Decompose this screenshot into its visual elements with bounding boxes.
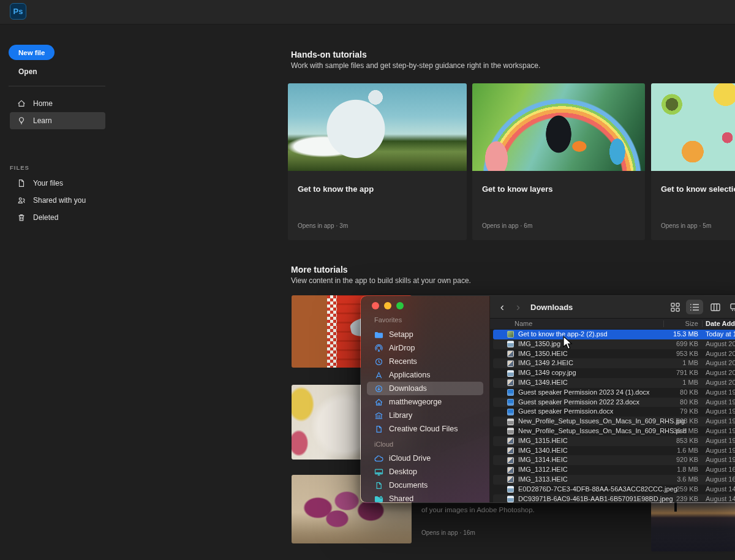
jpeg-file-icon bbox=[507, 496, 514, 502]
file-row[interactable]: E0D2876D-7CE3-4DFB-88AA-56A3ACC82CCC.jpe… bbox=[493, 485, 735, 494]
tutorial-card-meta: Opens in app · 3m bbox=[298, 222, 348, 229]
column-header-date-added[interactable]: Date Added bbox=[706, 320, 735, 327]
new-file-button[interactable]: New file bbox=[9, 45, 55, 60]
sidebar-item-learn[interactable]: Learn bbox=[10, 112, 105, 129]
file-date-added: August 20, bbox=[706, 378, 735, 388]
tutorial-card-get-to-know-layers[interactable]: Get to know layers Opens in app · 6m bbox=[472, 83, 645, 240]
file-row[interactable]: New_Profile_Setup_Issues_On_Macs_In_609_… bbox=[493, 417, 735, 426]
jpg-file-icon bbox=[507, 370, 514, 377]
finder-sidebar-item-airdrop[interactable]: AirDrop bbox=[367, 341, 483, 355]
file-date-added: Today at 10 bbox=[706, 330, 735, 339]
file-size: 568 KB bbox=[625, 417, 698, 426]
column-separator[interactable] bbox=[663, 320, 664, 327]
more-tutorials-subtitle: View content in the app to build skills … bbox=[291, 276, 471, 285]
finder-sidebar-item-applications[interactable]: Applications bbox=[367, 368, 483, 382]
airdrop-icon bbox=[374, 344, 383, 352]
heic-file-icon bbox=[507, 379, 514, 386]
ps-topbar: Ps bbox=[0, 0, 735, 25]
file-size: 79 KB bbox=[625, 407, 698, 417]
sidebar-item-label: Learn bbox=[33, 116, 52, 125]
applications-icon bbox=[374, 371, 383, 379]
sidebar-item-shared-with-you[interactable]: Shared with you bbox=[10, 192, 105, 209]
document-icon bbox=[374, 482, 383, 490]
open-button[interactable]: Open bbox=[18, 67, 37, 76]
file-row[interactable]: DC93971B-6AC9-461B-AAB1-6B57091E98BD.jpe… bbox=[493, 494, 735, 502]
sidebar-item-home[interactable]: Home bbox=[10, 95, 105, 112]
file-row[interactable]: IMG_1349 2.HEIC1 MBAugust 20, bbox=[493, 358, 735, 368]
sidebar-item-your-files[interactable]: Your files bbox=[10, 175, 105, 192]
heic-file-icon bbox=[507, 457, 514, 464]
finder-sidebar-item-downloads[interactable]: Downloads bbox=[367, 382, 483, 395]
heic-file-icon bbox=[507, 476, 514, 483]
finder-column-headers: Name Size Date Added bbox=[490, 319, 735, 330]
back-button[interactable]: ‹ bbox=[496, 301, 508, 313]
column-separator[interactable] bbox=[702, 320, 703, 327]
file-row[interactable]: Guest speaker Permission.docx79 KBAugust… bbox=[493, 407, 735, 417]
file-row[interactable]: Guest speaker Permission 2022 23.docx80 … bbox=[493, 398, 735, 407]
file-row[interactable]: IMG_1350.jpg699 KBAugust 20, bbox=[493, 339, 735, 349]
column-header-name[interactable]: Name bbox=[514, 320, 532, 327]
docx-file-icon bbox=[507, 409, 514, 415]
file-size: 953 KB bbox=[625, 349, 698, 359]
file-row[interactable]: IMG_1313.HEIC3.6 MBAugust 16, bbox=[493, 475, 735, 485]
file-row[interactable]: IMG_1349.HEIC1 MBAugust 20, bbox=[493, 378, 735, 388]
file-size: 1.6 MB bbox=[625, 446, 698, 456]
document-icon bbox=[374, 425, 383, 433]
shot-file-icon bbox=[507, 418, 514, 425]
finder-sidebar-item-creative-cloud-files[interactable]: Creative Cloud Files bbox=[367, 422, 483, 436]
file-row[interactable]: New_Profile_Setup_Issues_On_Macs_In_609_… bbox=[493, 426, 735, 436]
finder-sidebar-item-matthewgeorge[interactable]: matthewgeorge bbox=[367, 395, 483, 409]
sidebar-item-deleted[interactable]: Deleted bbox=[10, 209, 105, 226]
column-header-size[interactable]: Size bbox=[625, 320, 698, 327]
tutorial-card-get-to-know-the-app[interactable]: Get to know the app Opens in app · 3m bbox=[288, 83, 467, 240]
finder-sidebar-item-label: matthewgeorge bbox=[389, 398, 442, 406]
trash-icon bbox=[17, 213, 26, 222]
finder-sidebar-item-desktop[interactable]: Desktop bbox=[367, 465, 483, 479]
grid-view-icon[interactable] bbox=[666, 300, 684, 314]
file-date-added: August 19, bbox=[706, 446, 735, 456]
file-row[interactable]: IMG_1314.HEIC920 KBAugust 19, bbox=[493, 455, 735, 465]
tutorial-card-meta: Opens in app · 5m bbox=[661, 222, 711, 229]
finder-file-list: Get to know the app-2 (2).psd15.3 MBToda… bbox=[490, 330, 735, 502]
file-size: 1 MB bbox=[625, 378, 698, 388]
close-window-button[interactable] bbox=[372, 302, 379, 309]
finder-sidebar-item-recents[interactable]: Recents bbox=[367, 355, 483, 368]
file-row[interactable]: Get to know the app-2 (2).psd15.3 MBToda… bbox=[493, 330, 735, 339]
ps-nav: Home Learn bbox=[10, 95, 105, 129]
tutorial-art-giraffes bbox=[288, 83, 467, 171]
file-row[interactable]: IMG_1349 copy.jpg791 KBAugust 20, bbox=[493, 368, 735, 378]
minimize-window-button[interactable] bbox=[384, 302, 391, 309]
shot-file-icon bbox=[507, 428, 514, 434]
finder-sidebar: Favorites SetappAirDropRecentsApplicatio… bbox=[361, 296, 490, 502]
file-row[interactable]: IMG_1315.HEIC853 KBAugust 19, bbox=[493, 436, 735, 446]
list-view-icon[interactable] bbox=[686, 300, 703, 314]
gallery-view-icon[interactable] bbox=[726, 300, 735, 314]
file-row[interactable]: Guest speaker Permission 2023 24 (1).doc… bbox=[493, 388, 735, 398]
file-row[interactable]: IMG_1312.HEIC1.8 MBAugust 16, bbox=[493, 465, 735, 475]
finder-sidebar-item-label: Creative Cloud Files bbox=[389, 425, 458, 433]
hands-on-subtitle: Work with sample files and get step-by-s… bbox=[291, 61, 540, 70]
heic-file-icon bbox=[507, 360, 514, 367]
forward-button[interactable]: › bbox=[512, 301, 524, 313]
tutorial-art-fruit-pattern bbox=[651, 83, 735, 171]
finder-main: ‹ › Downloads Name Size Date bbox=[490, 296, 735, 502]
file-size: 259 KB bbox=[625, 485, 698, 494]
finder-sidebar-item-icloud-drive[interactable]: iCloud Drive bbox=[367, 452, 483, 465]
finder-sidebar-item-shared[interactable]: Shared bbox=[367, 492, 483, 503]
jpeg-file-icon bbox=[507, 486, 514, 493]
cloud-icon bbox=[374, 455, 383, 463]
ps-sidebar: New file Open Home Learn FILES Your file… bbox=[0, 25, 110, 560]
heic-file-icon bbox=[507, 350, 514, 357]
tutorial-card-meta: Opens in app · 6m bbox=[482, 222, 532, 229]
finder-sidebar-item-library[interactable]: Library bbox=[367, 409, 483, 422]
file-row[interactable]: IMG_1350.HEIC953 KBAugust 20, bbox=[493, 349, 735, 359]
finder-sidebar-item-documents[interactable]: Documents bbox=[367, 479, 483, 492]
tutorial-card-get-to-know-selections[interactable]: Get to know selections Opens in app · 5m bbox=[651, 83, 735, 240]
tutorial-card-title: Get to know selections bbox=[661, 184, 735, 194]
finder-sidebar-item-setapp[interactable]: Setapp bbox=[367, 328, 483, 341]
file-row[interactable]: IMG_1340.HEIC1.6 MBAugust 19, bbox=[493, 446, 735, 456]
column-view-icon[interactable] bbox=[707, 300, 724, 314]
finder-window: Favorites SetappAirDropRecentsApplicatio… bbox=[360, 295, 735, 503]
zoom-window-button[interactable] bbox=[396, 302, 404, 309]
finder-sidebar-item-label: iCloud Drive bbox=[389, 454, 431, 463]
